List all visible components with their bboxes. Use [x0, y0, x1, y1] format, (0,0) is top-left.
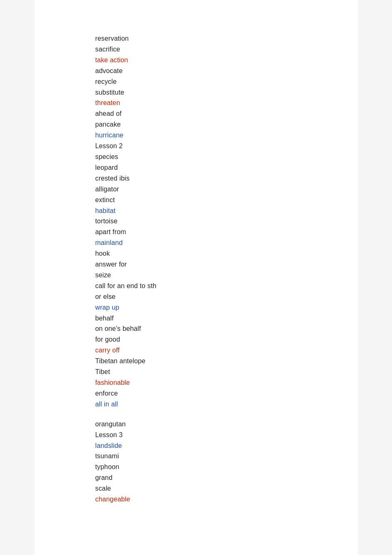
word-item: advocate [95, 66, 358, 76]
word-item: on one's behalf [95, 323, 358, 334]
word-item: fashionable [95, 377, 358, 388]
word-item: seize [95, 270, 358, 281]
word-item: extinct [95, 195, 358, 205]
word-item: recycle [95, 76, 358, 87]
word-item: landslide [95, 440, 358, 451]
word-item: ahead of [95, 108, 358, 119]
word-item: leopard [95, 162, 358, 173]
word-item: alligator [95, 184, 358, 195]
word-item: wrap up [95, 302, 358, 313]
word-item: pancake [95, 119, 358, 130]
word-item: scale [95, 483, 358, 494]
word-item: changeable [95, 494, 358, 505]
word-item: Tibetan antelope [95, 356, 358, 367]
word-item: typhoon [95, 462, 358, 472]
word-item: or else [95, 291, 358, 302]
word-item: orangutan [95, 419, 358, 430]
word-item: substitute [95, 87, 358, 98]
word-item: habitat [95, 205, 358, 216]
word-item: reservation [95, 33, 358, 44]
spacer [95, 410, 358, 419]
word-item: Tibet [95, 367, 358, 377]
word-item: answer for [95, 259, 358, 270]
word-item: hook [95, 248, 358, 259]
word-item: call for an end to sth [95, 281, 358, 291]
word-list: reservationsacrificetake actionadvocater… [95, 33, 358, 505]
word-item: sacrifice [95, 44, 358, 55]
word-item: tortoise [95, 216, 358, 227]
word-item: apart from [95, 227, 358, 237]
word-item: grand [95, 472, 358, 483]
word-item: carry off [95, 345, 358, 356]
word-item: hurricane [95, 130, 358, 141]
word-item: all in all [95, 399, 358, 410]
word-item: mainland [95, 237, 358, 248]
word-item: for good [95, 334, 358, 345]
word-item: behalf [95, 313, 358, 324]
word-item: Lesson 3 [95, 430, 358, 440]
word-item: tsunami [95, 451, 358, 462]
word-item: Lesson 2 [95, 141, 358, 152]
word-item: threaten [95, 98, 358, 108]
page-container: reservationsacrificetake actionadvocater… [34, 0, 358, 555]
word-item: crested ibis [95, 173, 358, 184]
word-item: enforce [95, 388, 358, 399]
word-item: take action [95, 55, 358, 66]
word-item: species [95, 152, 358, 162]
